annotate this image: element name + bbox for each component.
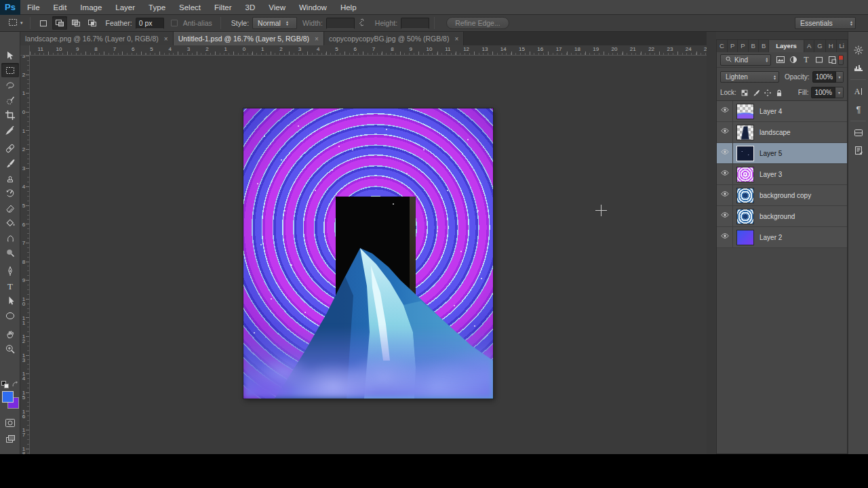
- layer-name[interactable]: landscape: [760, 129, 791, 136]
- link-dimensions-icon[interactable]: [357, 18, 367, 28]
- canvas-pasteboard[interactable]: [30, 56, 707, 454]
- layer-visibility-toggle[interactable]: [717, 101, 733, 122]
- type-filter-icon[interactable]: T: [800, 54, 812, 66]
- menu-filter[interactable]: Filter: [208, 0, 239, 15]
- character-icon[interactable]: A: [848, 83, 868, 100]
- layer-name[interactable]: Layer 5: [760, 150, 782, 157]
- panel-tab-collapsed[interactable]: P: [738, 40, 748, 52]
- layer-row-landscape[interactable]: landscape: [717, 122, 847, 143]
- type-tool[interactable]: T: [1, 279, 19, 293]
- filter-kind-dropdown[interactable]: Kind ▴▾: [720, 54, 771, 66]
- menu-layer[interactable]: Layer: [108, 0, 142, 15]
- adjustment-filter-icon[interactable]: [787, 54, 800, 66]
- ellipse-tool[interactable]: [1, 308, 19, 323]
- properties-icon[interactable]: [848, 124, 868, 142]
- layer-thumbnail[interactable]: [736, 125, 754, 140]
- tab-close-icon[interactable]: ×: [164, 35, 168, 43]
- dodge-tool[interactable]: [1, 245, 19, 260]
- layer-name[interactable]: background copy: [760, 192, 811, 199]
- intersect-selection-icon[interactable]: [85, 16, 100, 30]
- subtract-selection-icon[interactable]: [68, 16, 83, 30]
- layer-thumbnail[interactable]: [736, 188, 754, 203]
- adjustments-icon[interactable]: [848, 41, 868, 59]
- vertical-ruler[interactable]: 3210123456789101112131415161718: [20, 56, 30, 454]
- notes-icon[interactable]: [848, 142, 868, 159]
- menu-image[interactable]: Image: [73, 0, 108, 15]
- tab-close-icon[interactable]: ×: [315, 35, 319, 43]
- zoom-tool[interactable]: [1, 342, 19, 356]
- layer-visibility-toggle[interactable]: [717, 164, 733, 185]
- layer-thumbnail[interactable]: [736, 167, 754, 182]
- lock-transparency-icon[interactable]: [739, 87, 751, 98]
- crop-tool[interactable]: [1, 108, 19, 122]
- layer-row-background[interactable]: background: [717, 206, 847, 227]
- menu-file[interactable]: File: [20, 0, 47, 15]
- document-tab-0[interactable]: landscape.png @ 16.7% (Layer 0, RGB/8)×: [20, 32, 174, 45]
- foreground-color-swatch[interactable]: [2, 391, 14, 403]
- rectangular-marquee-tool[interactable]: [1, 63, 19, 77]
- opacity-value[interactable]: 100%: [812, 71, 837, 83]
- new-selection-icon[interactable]: [36, 16, 51, 30]
- add-selection-icon[interactable]: [52, 16, 67, 30]
- panel-tab-layers[interactable]: Layers: [769, 40, 804, 52]
- clone-stamp-tool[interactable]: [1, 171, 19, 185]
- ruler-origin-corner[interactable]: [20, 45, 30, 56]
- quick-selection-tool[interactable]: [1, 93, 19, 107]
- paragraph-icon[interactable]: ¶: [848, 100, 868, 118]
- layer-row-layer-5[interactable]: Layer 5: [717, 143, 847, 164]
- paint-bucket-tool[interactable]: [1, 216, 19, 230]
- eyedropper-tool[interactable]: [1, 123, 19, 137]
- histogram-icon[interactable]: [848, 59, 868, 77]
- eraser-tool[interactable]: [1, 201, 19, 215]
- layer-name[interactable]: Layer 2: [760, 234, 782, 241]
- lock-paint-icon[interactable]: [751, 87, 762, 98]
- panel-tab-collapsed[interactable]: C: [717, 40, 728, 52]
- layer-visibility-toggle[interactable]: [717, 143, 733, 164]
- layer-row-layer-2[interactable]: Layer 2: [717, 227, 847, 248]
- layer-thumbnail[interactable]: [736, 230, 754, 245]
- feather-input[interactable]: [136, 18, 164, 29]
- height-input[interactable]: [401, 18, 429, 29]
- layer-thumbnail[interactable]: [736, 104, 754, 119]
- menu-view[interactable]: View: [262, 0, 292, 15]
- layer-row-layer-4[interactable]: Layer 4: [717, 101, 847, 122]
- layer-visibility-toggle[interactable]: [717, 206, 733, 227]
- move-tool[interactable]: [1, 48, 19, 62]
- shape-filter-icon[interactable]: [812, 54, 825, 66]
- pen-tool[interactable]: [1, 264, 19, 278]
- lock-all-icon[interactable]: [774, 87, 785, 98]
- lock-position-icon[interactable]: [762, 87, 774, 98]
- layer-name[interactable]: background: [760, 213, 795, 220]
- tool-preset-picker[interactable]: ▾: [5, 16, 25, 30]
- layer-name[interactable]: Layer 3: [760, 171, 782, 178]
- smudge-tool[interactable]: [1, 230, 19, 245]
- horizontal-ruler[interactable]: 1110987654321012345678910111213141516171…: [30, 45, 707, 56]
- layer-thumbnail[interactable]: [736, 209, 754, 224]
- opacity-dropdown-arrow[interactable]: ▾: [836, 71, 844, 83]
- menu-3d[interactable]: 3D: [239, 0, 262, 15]
- workspace-switcher[interactable]: Essentials ▴▾: [795, 17, 856, 29]
- layer-row-background-copy[interactable]: background copy: [717, 185, 847, 206]
- menu-select[interactable]: Select: [172, 0, 208, 15]
- quick-mask-button[interactable]: [1, 415, 19, 430]
- fill-value[interactable]: 100%: [811, 87, 835, 98]
- width-input[interactable]: [326, 18, 355, 29]
- panel-tab-collapsed[interactable]: H: [826, 40, 837, 52]
- style-dropdown[interactable]: Normal ▴▾: [252, 17, 297, 29]
- refine-edge-button[interactable]: Refine Edge...: [446, 17, 509, 29]
- menu-help[interactable]: Help: [334, 0, 363, 15]
- screen-mode-button[interactable]: [1, 432, 19, 446]
- path-selection-tool[interactable]: [1, 293, 19, 308]
- smart-object-filter-icon[interactable]: [825, 54, 838, 66]
- fill-dropdown-arrow[interactable]: ▾: [835, 87, 844, 98]
- layer-visibility-toggle[interactable]: [717, 122, 733, 143]
- document-tab-1[interactable]: Untitled-1.psd @ 16.7% (Layer 5, RGB/8)×: [174, 32, 324, 45]
- panel-tab-collapsed[interactable]: A: [804, 40, 814, 52]
- tab-close-icon[interactable]: ×: [454, 35, 458, 43]
- panel-tab-collapsed[interactable]: P: [728, 40, 738, 52]
- panel-tab-collapsed[interactable]: B: [749, 40, 759, 52]
- panel-tab-collapsed[interactable]: G: [814, 40, 825, 52]
- panel-tab-collapsed[interactable]: Li: [837, 40, 848, 52]
- document-canvas[interactable]: [243, 108, 493, 399]
- filter-toggle-icon[interactable]: [838, 55, 844, 65]
